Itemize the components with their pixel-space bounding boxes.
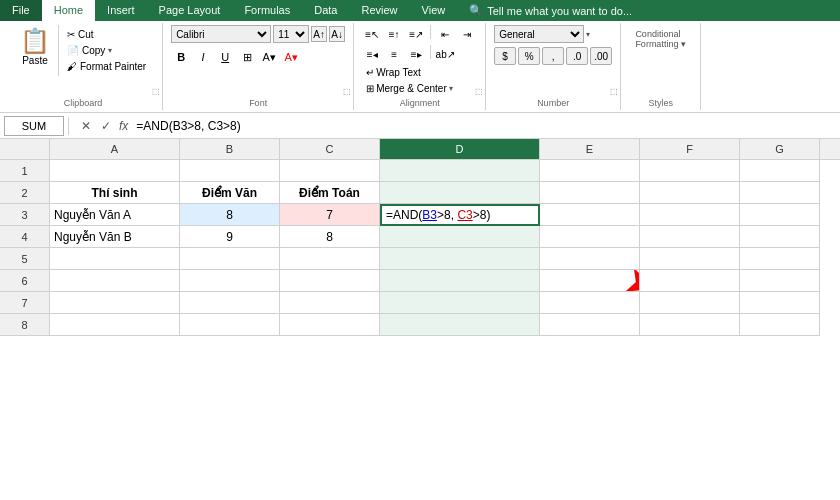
align-top-center[interactable]: ≡↑ — [384, 25, 404, 43]
cell-b8[interactable] — [180, 314, 280, 336]
dollar-button[interactable]: $ — [494, 47, 516, 65]
cell-a1[interactable] — [50, 160, 180, 182]
col-header-e[interactable]: E — [540, 139, 640, 159]
align-top-left[interactable]: ≡↖ — [362, 25, 382, 43]
cell-c3[interactable]: 7 — [280, 204, 380, 226]
comma-button[interactable]: , — [542, 47, 564, 65]
tab-review[interactable]: Review — [349, 0, 409, 21]
copy-button[interactable]: 📄 Copy ▾ — [63, 43, 150, 58]
cell-d1[interactable] — [380, 160, 540, 182]
align-left[interactable]: ≡◂ — [362, 45, 382, 63]
tab-view[interactable]: View — [410, 0, 458, 21]
tab-page-layout[interactable]: Page Layout — [147, 0, 233, 21]
cell-d2[interactable] — [380, 182, 540, 204]
row-num-4[interactable]: 4 — [0, 226, 50, 248]
col-header-c[interactable]: C — [280, 139, 380, 159]
cell-d3[interactable]: =AND(B3>8, C3>8) AND(logical1, [logical2… — [380, 204, 540, 226]
border-button[interactable]: ⊞ — [237, 47, 257, 67]
cell-f5[interactable] — [640, 248, 740, 270]
row-num-6[interactable]: 6 — [0, 270, 50, 292]
cell-e6[interactable]: ➤ — [540, 270, 640, 292]
font-color-button[interactable]: A▾ — [281, 47, 301, 67]
row-num-2[interactable]: 2 — [0, 182, 50, 204]
header-corner[interactable] — [0, 139, 50, 159]
font-size-select[interactable]: 11 — [273, 25, 309, 43]
font-expander[interactable]: ⬚ — [343, 87, 351, 96]
cell-g8[interactable] — [740, 314, 820, 336]
cell-e5[interactable] — [540, 248, 640, 270]
row-num-1[interactable]: 1 — [0, 160, 50, 182]
cell-e4[interactable] — [540, 226, 640, 248]
formula-cancel-button[interactable]: ✕ — [77, 117, 95, 135]
cell-g1[interactable] — [740, 160, 820, 182]
cell-d7[interactable] — [380, 292, 540, 314]
cell-f4[interactable] — [640, 226, 740, 248]
cell-d6[interactable] — [380, 270, 540, 292]
cell-f7[interactable] — [640, 292, 740, 314]
cell-a5[interactable] — [50, 248, 180, 270]
row-num-7[interactable]: 7 — [0, 292, 50, 314]
text-angle[interactable]: ab↗ — [435, 45, 455, 63]
cell-a8[interactable] — [50, 314, 180, 336]
cut-button[interactable]: ✂ Cut — [63, 27, 150, 42]
cell-f6[interactable] — [640, 270, 740, 292]
cell-b5[interactable] — [180, 248, 280, 270]
decrease-decimal-button[interactable]: .00 — [590, 47, 612, 65]
number-format-select[interactable]: General — [494, 25, 584, 43]
cell-c6[interactable] — [280, 270, 380, 292]
fill-color-button[interactable]: A▾ — [259, 47, 279, 67]
clipboard-expander[interactable]: ⬚ — [152, 87, 160, 96]
cell-c5[interactable] — [280, 248, 380, 270]
col-header-a[interactable]: A — [50, 139, 180, 159]
cell-e3[interactable] — [540, 204, 640, 226]
cell-d4[interactable] — [380, 226, 540, 248]
cell-a3[interactable]: Nguyễn Văn A — [50, 204, 180, 226]
font-size-increase[interactable]: A↑ — [311, 26, 327, 42]
cell-c1[interactable] — [280, 160, 380, 182]
paste-button[interactable]: 📋 Paste — [12, 25, 59, 76]
cell-a6[interactable] — [50, 270, 180, 292]
align-center[interactable]: ≡ — [384, 45, 404, 63]
formula-confirm-button[interactable]: ✓ — [97, 117, 115, 135]
cell-c7[interactable] — [280, 292, 380, 314]
row-num-3[interactable]: 3 — [0, 204, 50, 226]
cell-g7[interactable] — [740, 292, 820, 314]
cell-a4[interactable]: Nguyễn Văn B — [50, 226, 180, 248]
merge-center-button[interactable]: ⊞ Merge & Center ▾ — [362, 81, 457, 96]
wrap-text-button[interactable]: ↵ Wrap Text — [362, 65, 457, 80]
tab-data[interactable]: Data — [302, 0, 349, 21]
cell-e1[interactable] — [540, 160, 640, 182]
cell-e7[interactable] — [540, 292, 640, 314]
tab-tell-me[interactable]: 🔍 Tell me what you want to do... — [457, 0, 644, 21]
number-expander[interactable]: ⬚ — [610, 87, 618, 96]
cell-b7[interactable] — [180, 292, 280, 314]
align-top-right[interactable]: ≡↗ — [406, 25, 426, 43]
cell-a7[interactable] — [50, 292, 180, 314]
cell-b1[interactable] — [180, 160, 280, 182]
cell-e8[interactable] — [540, 314, 640, 336]
font-name-select[interactable]: Calibri — [171, 25, 271, 43]
alignment-expander[interactable]: ⬚ — [475, 87, 483, 96]
cell-a2[interactable]: Thí sinh — [50, 182, 180, 204]
format-painter-button[interactable]: 🖌 Format Painter — [63, 59, 150, 74]
tab-insert[interactable]: Insert — [95, 0, 147, 21]
cell-c2[interactable]: Điểm Toán — [280, 182, 380, 204]
formula-input[interactable] — [132, 118, 836, 134]
cell-b2[interactable]: Điểm Văn — [180, 182, 280, 204]
indent-increase[interactable]: ⇥ — [457, 25, 477, 43]
bold-button[interactable]: B — [171, 47, 191, 67]
percent-button[interactable]: % — [518, 47, 540, 65]
underline-button[interactable]: U — [215, 47, 235, 67]
cell-g2[interactable] — [740, 182, 820, 204]
increase-decimal-button[interactable]: .0 — [566, 47, 588, 65]
row-num-8[interactable]: 8 — [0, 314, 50, 336]
row-num-5[interactable]: 5 — [0, 248, 50, 270]
cell-f1[interactable] — [640, 160, 740, 182]
font-size-decrease[interactable]: A↓ — [329, 26, 345, 42]
cell-c8[interactable] — [280, 314, 380, 336]
cell-g5[interactable] — [740, 248, 820, 270]
tab-file[interactable]: File — [0, 0, 42, 21]
cell-g6[interactable] — [740, 270, 820, 292]
cell-d8[interactable] — [380, 314, 540, 336]
col-header-f[interactable]: F — [640, 139, 740, 159]
